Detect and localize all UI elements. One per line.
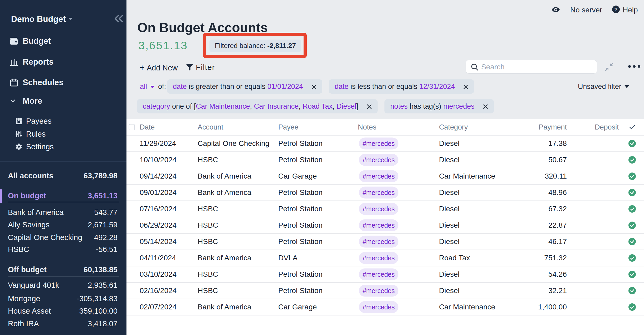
svg-text:?: ? [614,7,618,12]
